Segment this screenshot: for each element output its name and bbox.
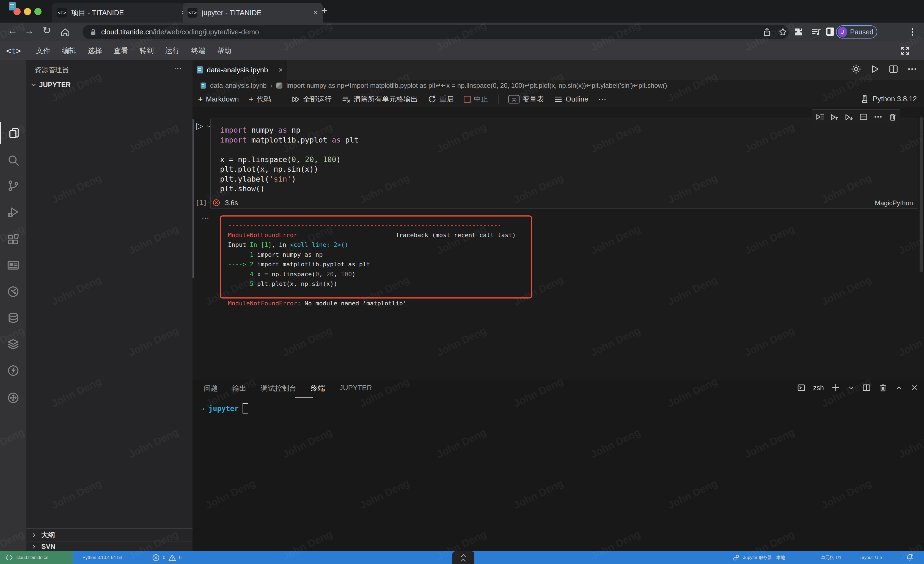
fullscreen-icon[interactable] xyxy=(900,46,910,56)
menu-terminal[interactable]: 终端 xyxy=(185,46,211,56)
layout-status[interactable]: Layout: U.S. xyxy=(860,551,884,564)
cell-more-icon[interactable] xyxy=(873,112,883,122)
activity-live-share-icon[interactable] xyxy=(0,281,26,302)
editor-tab-close-icon[interactable]: × xyxy=(279,66,283,74)
toolbar-more-icon[interactable]: ⋯ xyxy=(598,94,606,104)
sidebar-section-outline[interactable]: 大纲 xyxy=(31,531,55,540)
browser-tab-project[interactable]: <t> 项目 - TITANIDE × xyxy=(52,3,190,23)
output-more-icon[interactable]: ⋯ xyxy=(202,214,210,223)
activity-bar xyxy=(0,60,26,551)
terminal-dropdown-chevron-icon[interactable] xyxy=(848,384,855,391)
activity-database-icon[interactable] xyxy=(0,307,26,329)
notebook-file-icon xyxy=(201,83,206,89)
menu-file[interactable]: 文件 xyxy=(30,46,56,56)
notifications-bell-icon[interactable] xyxy=(905,551,914,564)
back-icon[interactable]: ← xyxy=(8,25,18,36)
menu-view[interactable]: 查看 xyxy=(108,46,134,56)
interrupt-button[interactable]: 中止 xyxy=(464,94,488,104)
side-panel-icon[interactable] xyxy=(826,27,834,36)
execute-above-icon[interactable] xyxy=(830,112,839,122)
add-markdown-button[interactable]: +Markdown xyxy=(198,95,239,104)
terminal-prompt[interactable]: → jupyter xyxy=(200,403,248,414)
remote-indicator[interactable]: cloud.titanide.cn xyxy=(0,551,73,564)
activity-preview-icon[interactable] xyxy=(0,254,26,276)
run-cell-button[interactable]: ▷ xyxy=(196,120,203,131)
url-bar[interactable]: cloud.titanide.cn /ide/web/coding/jupyte… xyxy=(82,25,789,39)
sidebar-section-jupyter[interactable]: JUPYTER xyxy=(39,81,70,89)
new-terminal-icon[interactable] xyxy=(831,383,840,393)
browser-tabstrip: <t> 项目 - TITANIDE × <t> jupyter - TITANI… xyxy=(0,0,924,23)
menu-help[interactable]: 帮助 xyxy=(211,46,237,56)
macos-minimize-button[interactable] xyxy=(24,8,31,15)
panel-tab-debug-console[interactable]: 调试控制台 xyxy=(261,384,297,393)
menu-edit[interactable]: 编辑 xyxy=(56,46,82,56)
section-chevron-icon[interactable] xyxy=(30,81,38,89)
home-icon[interactable] xyxy=(60,27,70,38)
breadcrumb-code[interactable]: import numpy as np↵import matplotlib.pyp… xyxy=(286,82,667,89)
add-code-button[interactable]: +代码 xyxy=(249,94,271,104)
python-version-status[interactable]: Python 3.10.4 64-bit xyxy=(82,551,122,564)
editor-more-icon[interactable] xyxy=(907,64,917,74)
activity-thunder-icon[interactable] xyxy=(0,359,26,382)
editor-scrollbar[interactable] xyxy=(920,117,922,272)
activity-explorer-icon[interactable] xyxy=(0,122,27,144)
activity-search-icon[interactable] xyxy=(0,149,26,171)
terminal-icon xyxy=(796,383,806,393)
outline-button[interactable]: Outline xyxy=(554,95,588,104)
breadcrumb-file[interactable]: data-analysis.ipynb xyxy=(210,82,267,89)
delete-cell-icon[interactable] xyxy=(888,112,897,122)
notebook-settings-gear-icon[interactable] xyxy=(851,64,861,74)
activity-source-control-icon[interactable] xyxy=(0,175,26,197)
variables-button[interactable]: (x)变量表 xyxy=(508,94,544,104)
kill-terminal-icon[interactable] xyxy=(878,383,888,393)
split-editor-icon[interactable] xyxy=(888,64,899,74)
split-cell-icon[interactable] xyxy=(859,112,868,122)
share-icon[interactable] xyxy=(762,27,772,37)
extensions-puzzle-icon[interactable] xyxy=(794,27,804,37)
panel-tab-jupyter[interactable]: JUPYTER xyxy=(339,384,372,393)
panel-tab-output[interactable]: 输出 xyxy=(232,384,246,393)
sidebar-section-svn[interactable]: SVN xyxy=(31,543,55,550)
macos-zoom-button[interactable] xyxy=(34,8,42,15)
terminal-cursor xyxy=(243,403,248,414)
panel-tab-terminal[interactable]: 终端 xyxy=(311,384,325,393)
explorer-more-icon[interactable]: ⋯ xyxy=(174,63,182,73)
restart-kernel-button[interactable]: 重启 xyxy=(428,94,454,104)
forward-icon[interactable]: → xyxy=(24,25,34,36)
activity-navigate-icon[interactable] xyxy=(0,387,26,409)
split-terminal-icon[interactable] xyxy=(862,383,871,393)
active-tab-underline xyxy=(296,397,313,397)
language-mode-label[interactable]: MagicPython xyxy=(847,199,913,207)
new-tab-button[interactable]: + xyxy=(321,5,327,17)
editor-tab-notebook[interactable]: data-analysis.ipynb × xyxy=(192,60,287,80)
close-panel-icon[interactable] xyxy=(910,384,918,392)
browser-tab-jupyter[interactable]: <t> jupyter - TITANIDE × xyxy=(183,3,323,23)
activity-layers-icon[interactable] xyxy=(0,333,26,355)
reload-icon[interactable]: ↻ xyxy=(42,24,51,36)
clear-outputs-button[interactable]: 清除所有单元格输出 xyxy=(342,94,418,104)
browser-menu-dots-icon[interactable] xyxy=(908,27,917,37)
activity-run-debug-icon[interactable] xyxy=(0,201,26,223)
execute-below-icon[interactable] xyxy=(815,112,825,122)
maximize-panel-icon[interactable] xyxy=(895,384,903,392)
run-all-button[interactable]: 全部运行 xyxy=(291,94,332,104)
execute-cell-below-icon[interactable] xyxy=(844,112,854,122)
cell-code[interactable]: import numpy as npimport matplotlib.pypl… xyxy=(220,125,358,194)
shell-label[interactable]: zsh xyxy=(813,384,824,392)
panel-tab-problems[interactable]: 问题 xyxy=(204,384,218,393)
cell-position-status[interactable]: 单元格 1/1 xyxy=(821,551,842,564)
menu-run[interactable]: 运行 xyxy=(159,46,185,56)
menu-goto[interactable]: 转到 xyxy=(134,46,159,56)
playlist-icon[interactable] xyxy=(811,27,820,37)
activity-extensions-icon[interactable] xyxy=(0,229,26,250)
bookmark-star-icon[interactable] xyxy=(778,27,788,37)
tab-close-icon[interactable]: × xyxy=(314,8,318,17)
kernel-picker[interactable]: Python 3.8.12 xyxy=(860,94,917,104)
link-icon xyxy=(732,553,740,562)
jupyter-server-status[interactable]: Jupyter 服务器：本地 xyxy=(732,551,785,564)
menu-selection[interactable]: 选择 xyxy=(82,46,108,56)
run-editor-icon[interactable] xyxy=(870,64,880,74)
profile-button[interactable]: J Paused xyxy=(836,25,877,39)
dock-reveal-notch[interactable] xyxy=(452,551,474,564)
problems-status[interactable]: 0 0 xyxy=(152,551,182,564)
